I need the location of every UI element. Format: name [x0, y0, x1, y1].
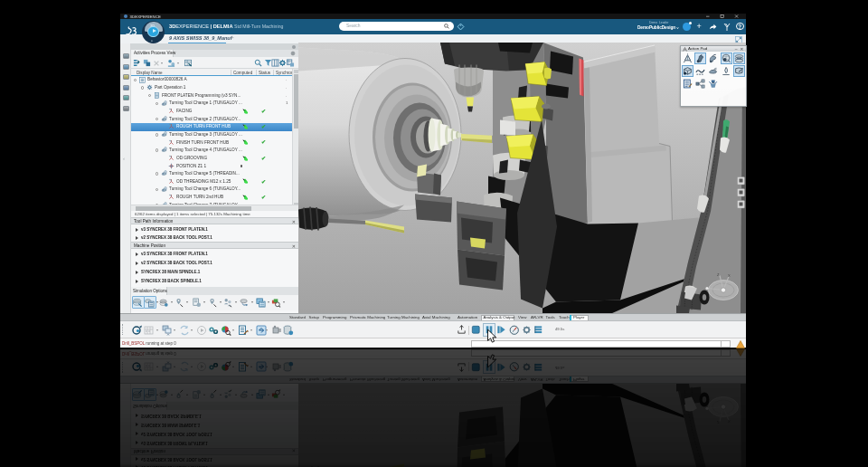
- svg-text:X: X: [728, 272, 731, 277]
